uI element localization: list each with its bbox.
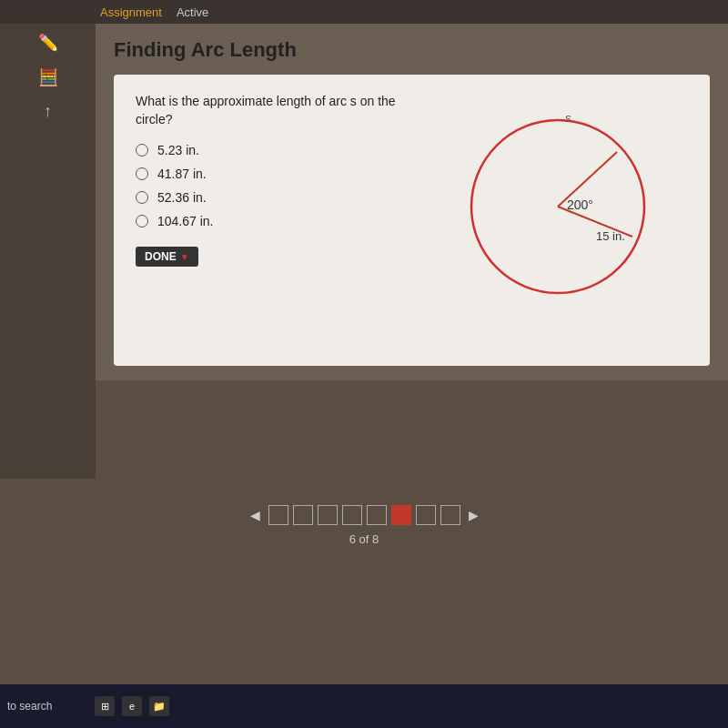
page-label: 6 of 8 [349, 532, 379, 546]
left-sidebar: ✏️ 🧮 ↑ [0, 24, 96, 479]
done-button[interactable]: DONE ▼ [136, 247, 198, 267]
list-item[interactable]: 52.36 in. [136, 190, 409, 205]
page-dot-5[interactable] [367, 505, 387, 525]
angle-label: 200° [567, 197, 593, 212]
radius-label: 15 in. [596, 229, 625, 243]
done-label: DONE [145, 250, 177, 263]
list-item[interactable]: 104.67 in. [136, 214, 409, 228]
browser-icon[interactable]: e [122, 696, 142, 716]
radio-option-1[interactable] [136, 144, 148, 157]
prev-arrow[interactable]: ◀ [247, 506, 264, 524]
option-label-3: 52.36 in. [157, 190, 207, 205]
taskbar-icons: ⊞ e 📁 [95, 696, 169, 716]
top-bar: Assignment Active [0, 0, 728, 24]
question-text: What is the approximate length of arc s … [136, 93, 409, 128]
page-dot-3[interactable] [318, 505, 338, 525]
page-dot-1[interactable] [268, 505, 288, 525]
pagination: ◀ ▶ 6 of 8 [0, 505, 728, 546]
page-title: Finding Arc Length [114, 38, 710, 62]
page-dot-4[interactable] [342, 505, 362, 525]
arc-label: s [565, 111, 571, 125]
taskbar: to search ⊞ e 📁 [0, 684, 728, 728]
search-label: to search [7, 700, 89, 713]
option-label-4: 104.67 in. [157, 214, 214, 228]
radio-option-2[interactable] [136, 167, 148, 180]
up-arrow-icon[interactable]: ↑ [44, 102, 52, 121]
options-list: 5.23 in. 41.87 in. 52.36 in. 104.67 in. [136, 143, 409, 228]
calculator-icon[interactable]: 🧮 [38, 67, 58, 87]
option-label-1: 5.23 in. [157, 143, 199, 157]
page-dots: ◀ ▶ [247, 505, 482, 525]
chevron-down-icon: ▼ [180, 252, 189, 262]
list-item[interactable]: 41.87 in. [136, 167, 409, 181]
radio-option-4[interactable] [136, 215, 148, 228]
windows-icon[interactable]: ⊞ [95, 696, 115, 716]
option-label-2: 41.87 in. [157, 167, 207, 181]
circle-diagram: s 200° 15 in. [458, 102, 658, 302]
page-dot-7[interactable] [416, 505, 436, 525]
main-content: Finding Arc Length What is the approxima… [96, 24, 728, 380]
list-item[interactable]: 5.23 in. [136, 143, 409, 157]
question-card: What is the approximate length of arc s … [114, 75, 710, 366]
page-dot-2[interactable] [293, 505, 313, 525]
diagram-area: s 200° 15 in. [427, 93, 688, 302]
file-icon[interactable]: 📁 [149, 696, 169, 716]
radio-option-3[interactable] [136, 191, 148, 204]
pencil-icon[interactable]: ✏️ [38, 33, 58, 53]
next-arrow[interactable]: ▶ [465, 506, 482, 524]
page-dot-8[interactable] [440, 505, 460, 525]
active-status: Active [177, 5, 208, 19]
page-dot-6[interactable] [391, 505, 411, 525]
question-left: What is the approximate length of arc s … [136, 93, 409, 267]
assignment-tab[interactable]: Assignment [100, 5, 162, 19]
